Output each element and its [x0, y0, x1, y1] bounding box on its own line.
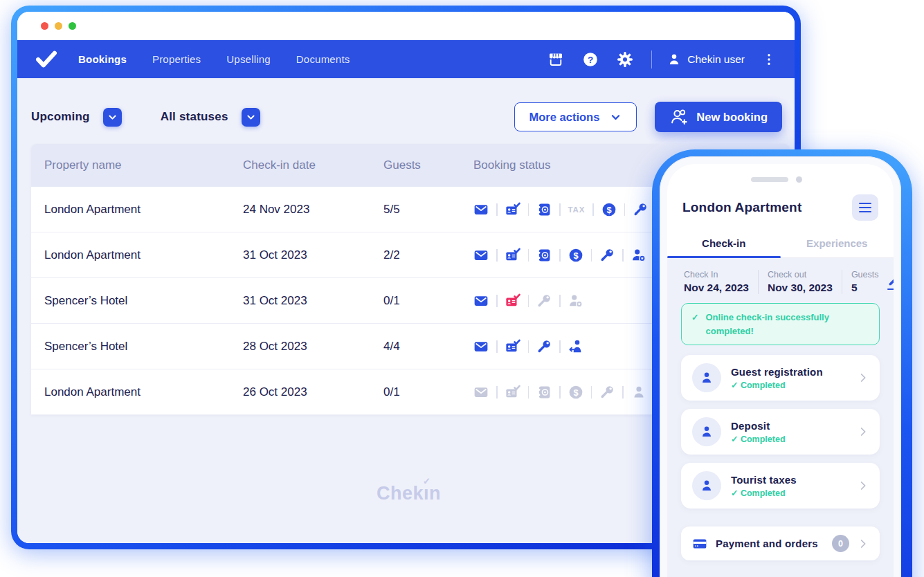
chevron-down-icon: [610, 111, 622, 123]
icon-separator: [591, 386, 592, 399]
icon-separator: [528, 295, 529, 307]
column-guests: Guests: [383, 158, 473, 172]
envelope-icon[interactable]: [473, 248, 489, 263]
payment-orders-card[interactable]: Payment and orders 0: [681, 526, 880, 560]
icon-separator: [496, 340, 498, 353]
guest-checkout-icon[interactable]: [568, 339, 583, 354]
property-name: London Apartment: [44, 385, 243, 399]
key-icon[interactable]: [599, 385, 615, 400]
checkin-date: 24 Nov 2023: [243, 203, 383, 217]
id-card-check-icon[interactable]: [505, 293, 520, 309]
id-card-check-icon[interactable]: [505, 202, 520, 217]
phone-header: London Apartment: [667, 189, 894, 229]
id-card-check-icon[interactable]: [505, 385, 520, 400]
key-icon[interactable]: [599, 248, 615, 263]
phone-notch: [667, 164, 889, 189]
person-add-icon: [669, 109, 688, 125]
envelope-icon[interactable]: [473, 385, 489, 400]
phone-property-title: London Apartment: [682, 200, 801, 215]
dollar-icon[interactable]: [568, 248, 583, 263]
period-filter-dropdown[interactable]: [103, 108, 122, 127]
key-icon[interactable]: [633, 202, 648, 217]
guests-info-value: 5: [851, 282, 879, 294]
envelope-icon[interactable]: [473, 339, 489, 354]
tab-experiences[interactable]: Experiences: [781, 229, 894, 257]
key-icon[interactable]: [536, 293, 552, 309]
guests-count: 0/1: [383, 294, 473, 308]
guest-stamp-icon[interactable]: [631, 248, 646, 263]
guest-avatar: [692, 363, 721, 392]
checkin-step-card[interactable]: Guest registrationCompleted: [681, 355, 880, 401]
pencil-icon: [887, 274, 894, 287]
icon-separator: [496, 249, 498, 262]
dollar-icon[interactable]: [568, 385, 583, 400]
property-name: London Apartment: [44, 248, 243, 262]
traffic-light-zoom[interactable]: [69, 22, 76, 30]
stay-info-bar: Check In Nov 24, 2023 Check out Nov 30, …: [681, 268, 880, 303]
checkin-step-card[interactable]: DepositCompleted: [681, 409, 880, 455]
traffic-light-minimize[interactable]: [55, 22, 62, 30]
new-booking-button[interactable]: New booking: [655, 102, 782, 132]
icon-separator: [528, 249, 529, 262]
chevron-right-icon: [858, 372, 869, 383]
new-booking-label: New booking: [696, 111, 768, 124]
kebab-menu-icon[interactable]: [761, 52, 777, 67]
guests-info: Guests 5: [842, 270, 888, 294]
column-property-name: Property name: [44, 158, 243, 172]
id-card-check-icon[interactable]: [505, 339, 520, 354]
status-filter-label: All statuses: [161, 110, 228, 124]
register-icon[interactable]: [536, 202, 552, 217]
help-icon[interactable]: [582, 51, 599, 68]
chekin-logo-icon[interactable]: [35, 51, 59, 68]
tax-icon[interactable]: TAX: [568, 205, 586, 214]
filters-bar: Upcoming All statuses More actions New b…: [31, 101, 782, 133]
guests-count: 4/4: [383, 340, 473, 354]
icon-separator: [624, 203, 626, 216]
checkin-info-label: Check In: [684, 270, 749, 280]
guests-count: 5/5: [383, 203, 473, 217]
phone-camera: [796, 176, 802, 183]
id-card-check-icon[interactable]: [505, 248, 520, 263]
guests-info-label: Guests: [851, 270, 879, 280]
envelope-icon[interactable]: [473, 202, 489, 217]
nav-item-properties[interactable]: Properties: [152, 53, 201, 65]
register-icon[interactable]: [536, 248, 552, 263]
checkin-date: 28 Oct 2023: [243, 340, 383, 354]
chevron-right-icon: [858, 426, 869, 437]
step-status: Completed: [731, 380, 823, 390]
step-status: Completed: [731, 488, 797, 498]
nav-item-bookings[interactable]: Bookings: [78, 53, 127, 65]
edit-stay-button[interactable]: [887, 274, 894, 291]
phone-tabs: Check-in Experiences: [667, 229, 894, 258]
envelope-icon[interactable]: [473, 293, 489, 309]
nav-item-upselling[interactable]: Upselling: [226, 53, 271, 65]
register-icon[interactable]: [536, 385, 552, 400]
icon-separator: [559, 203, 561, 216]
icon-separator: [591, 249, 592, 262]
status-filter-dropdown[interactable]: [242, 108, 260, 127]
guest-stamp-icon[interactable]: [568, 293, 583, 309]
credit-card-icon: [692, 536, 707, 551]
storefront-icon[interactable]: [547, 51, 564, 68]
gear-icon[interactable]: [617, 51, 633, 68]
nav-divider: [651, 51, 652, 68]
hamburger-menu-button[interactable]: [852, 194, 878, 221]
tab-check-in[interactable]: Check-in: [667, 229, 781, 257]
icon-separator: [559, 386, 561, 399]
checkin-date: 31 Oct 2023: [243, 248, 383, 262]
phone-mockup: London Apartment Check-in Experiences Ch…: [652, 149, 912, 577]
user-menu[interactable]: Chekin user: [667, 53, 745, 66]
dollar-icon[interactable]: [601, 202, 617, 217]
guests-count: 0/1: [383, 385, 473, 399]
user-label: Chekin user: [687, 53, 745, 66]
phone-cards: Guest registrationCompletedDepositComple…: [681, 355, 880, 509]
more-actions-button[interactable]: More actions: [514, 102, 637, 131]
window-titlebar: [17, 12, 795, 40]
key-icon[interactable]: [536, 339, 552, 354]
guest-icon[interactable]: [631, 385, 646, 400]
traffic-light-close[interactable]: [41, 22, 48, 30]
checkin-step-card[interactable]: Tourist taxesCompleted: [681, 463, 880, 509]
nav-item-documents[interactable]: Documents: [296, 53, 350, 65]
icon-separator: [559, 295, 561, 307]
property-name: Spencer’s Hotel: [44, 340, 243, 354]
